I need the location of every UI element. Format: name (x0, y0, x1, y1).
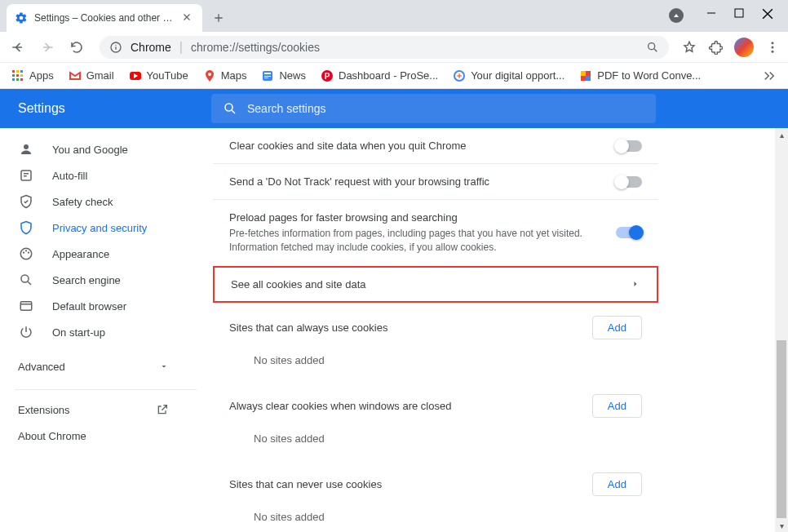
sidebar-item-safety-check[interactable]: Safety check (0, 188, 198, 215)
search-input[interactable] (247, 102, 644, 115)
bookmarks-overflow-icon[interactable] (762, 69, 777, 83)
chrome-menu-icon[interactable] (765, 40, 780, 55)
svg-rect-15 (20, 78, 23, 81)
svg-rect-19 (264, 73, 271, 74)
svg-point-17 (208, 73, 211, 76)
tab-title: Settings – Cookies and other site (34, 12, 175, 24)
sidebar-item-on-startup[interactable]: On start-up (0, 319, 198, 345)
sidebar-item-label: Search engine (52, 274, 121, 286)
bookmark-dashboard[interactable]: P Dashboard - ProSe... (321, 69, 438, 82)
svg-rect-8 (16, 70, 19, 73)
svg-point-32 (23, 251, 24, 253)
svg-point-6 (772, 50, 774, 52)
site-info-icon[interactable] (109, 41, 122, 54)
extensions-icon[interactable] (708, 40, 723, 55)
add-button[interactable]: Add (592, 316, 642, 339)
svg-text:P: P (325, 72, 330, 81)
setting-clear-on-quit[interactable]: Clear cookies and site data when you qui… (213, 128, 658, 163)
toolbar: Chrome | chrome://settings/cookies (0, 32, 788, 63)
svg-rect-36 (20, 302, 32, 311)
sidebar-item-default-browser[interactable]: Default browser (0, 293, 198, 319)
bookmark-star-icon[interactable] (682, 40, 697, 55)
youtube-icon (129, 69, 142, 82)
svg-point-29 (24, 144, 29, 149)
empty-state: No sites added (229, 339, 642, 381)
close-tab-icon[interactable] (181, 11, 194, 24)
close-window-button[interactable] (762, 8, 773, 23)
maximize-button[interactable] (734, 8, 744, 23)
sidebar-item-privacy-security[interactable]: Privacy and security (0, 215, 198, 241)
browser-tab[interactable]: Settings – Cookies and other site (7, 4, 202, 32)
apps-icon (11, 69, 24, 82)
sidebar-item-label: On start-up (52, 326, 105, 339)
bookmark-label: YouTube (147, 69, 188, 82)
toggle-preload[interactable] (616, 227, 642, 238)
chevron-right-icon (631, 279, 640, 289)
incognito-icon (669, 8, 684, 23)
see-all-cookies-row[interactable]: See all cookies and site data (213, 266, 658, 303)
address-bar[interactable]: Chrome | chrome://settings/cookies (100, 36, 669, 59)
settings-gear-icon (15, 11, 28, 24)
sidebar-item-label: Auto-fill (52, 170, 87, 182)
sidebar-item-appearance[interactable]: Appearance (0, 241, 198, 267)
power-icon (18, 324, 34, 340)
scroll-up-arrow[interactable]: ▴ (775, 128, 788, 141)
pinterest-icon: P (321, 69, 334, 82)
bookmark-maps[interactable]: Maps (203, 69, 247, 82)
svg-point-2 (115, 44, 116, 45)
bookmarks-bar: Apps Gmail YouTube Maps News P Dashboard… (0, 63, 788, 89)
scroll-down-arrow[interactable]: ▾ (775, 519, 788, 532)
toggle-do-not-track[interactable] (616, 176, 642, 188)
window-controls (654, 0, 788, 31)
setting-do-not-track[interactable]: Send a 'Do Not Track' request with your … (213, 163, 658, 199)
section-never-allow: Sites that can never use cookies Add No … (213, 459, 658, 532)
svg-point-28 (225, 104, 232, 111)
profile-avatar[interactable] (734, 38, 754, 57)
sidebar-extensions[interactable]: Extensions (0, 397, 211, 423)
bookmark-news[interactable]: News (261, 69, 306, 82)
reload-button[interactable] (67, 38, 86, 57)
address-text: Chrome | chrome://settings/cookies (131, 40, 320, 55)
bookmark-digital[interactable]: Your digital opport... (453, 69, 564, 82)
add-button[interactable]: Add (592, 472, 642, 496)
divider (15, 389, 197, 390)
zoom-icon[interactable] (646, 41, 659, 54)
svg-rect-13 (12, 78, 15, 81)
minimize-button[interactable] (706, 8, 716, 23)
advanced-label: Advanced (18, 361, 65, 373)
bookmark-youtube[interactable]: YouTube (129, 69, 188, 82)
sidebar-advanced[interactable]: Advanced (0, 350, 211, 383)
bookmark-gmail[interactable]: Gmail (69, 69, 114, 82)
news-icon (261, 69, 274, 82)
toggle-clear-on-quit[interactable] (616, 140, 642, 152)
sidebar-about-chrome[interactable]: About Chrome (0, 423, 211, 449)
section-title: Always clear cookies when windows are cl… (229, 400, 592, 412)
sidebar-item-autofill[interactable]: Auto-fill (0, 162, 198, 188)
bookmark-apps[interactable]: Apps (11, 69, 54, 82)
main-panel: Clear cookies and site data when you qui… (211, 128, 788, 532)
svg-rect-14 (16, 78, 19, 81)
settings-search[interactable] (211, 94, 656, 123)
scroll-thumb[interactable] (777, 340, 786, 518)
add-button[interactable]: Add (592, 394, 642, 418)
sidebar-item-label: Privacy and security (52, 222, 147, 234)
setting-preload[interactable]: Preload pages for faster browsing and se… (213, 199, 658, 266)
svg-point-4 (772, 42, 774, 44)
setting-label: See all cookies and site data (231, 278, 631, 290)
setting-description: Pre-fetches information from pages, incl… (229, 227, 616, 255)
forward-button[interactable] (38, 38, 57, 57)
svg-rect-27 (586, 76, 591, 81)
svg-point-35 (21, 275, 29, 282)
bookmark-label: Your digital opport... (471, 69, 564, 82)
back-button[interactable] (8, 38, 28, 57)
new-tab-button[interactable] (207, 7, 230, 29)
svg-rect-12 (20, 74, 23, 77)
shield-check-icon (18, 193, 34, 210)
sidebar-item-you-and-google[interactable]: You and Google (0, 136, 198, 162)
setting-label: Preload pages for faster browsing and se… (229, 211, 616, 224)
scrollbar[interactable]: ▴ ▾ (775, 128, 788, 532)
person-icon (18, 141, 34, 157)
sidebar-item-search-engine[interactable]: Search engine (0, 267, 198, 293)
sidebar: You and Google Auto-fill Safety check Pr… (0, 128, 211, 532)
bookmark-pdf[interactable]: PDF to Word Conve... (579, 69, 701, 82)
